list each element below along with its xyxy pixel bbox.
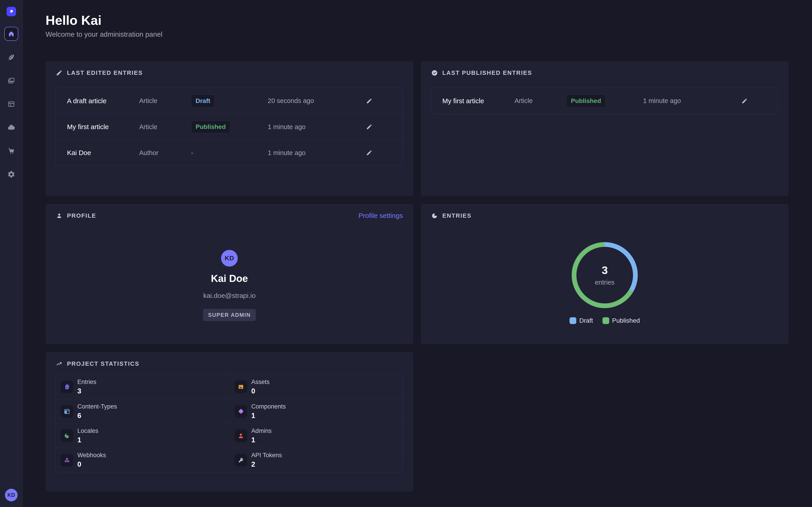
pie-chart-icon bbox=[431, 213, 438, 219]
legend-item-published: Published bbox=[603, 317, 640, 324]
stat-entries: Entries 3 bbox=[56, 375, 230, 399]
gear-icon bbox=[7, 170, 15, 178]
sidebar-item-content-type-builder[interactable] bbox=[4, 97, 18, 111]
entries-title: ENTRIES bbox=[442, 212, 471, 219]
edit-entry-button[interactable] bbox=[365, 97, 374, 105]
last-published-title: LAST PUBLISHED ENTRIES bbox=[442, 69, 532, 76]
last-edited-title: LAST EDITED ENTRIES bbox=[67, 69, 143, 76]
home-icon bbox=[8, 31, 15, 37]
stat-value: 0 bbox=[251, 387, 269, 395]
table-row: A draft article Article Draft 20 seconds… bbox=[56, 88, 403, 114]
legend-label: Published bbox=[612, 317, 640, 324]
role-badge: SUPER ADMIN bbox=[203, 309, 256, 321]
stat-value: 1 bbox=[78, 436, 98, 444]
entry-kind: Article bbox=[514, 97, 566, 105]
last-edited-table: A draft article Article Draft 20 seconds… bbox=[55, 88, 403, 166]
pencil-icon bbox=[366, 124, 372, 130]
profile-card: PROFILE Profile settings KD Kai Doe kai.… bbox=[46, 204, 413, 344]
stat-api-tokens: API Tokens 2 bbox=[230, 448, 403, 472]
donut-center: 3 entries bbox=[571, 241, 639, 309]
edit-entry-button[interactable] bbox=[365, 122, 374, 131]
edit-entry-button[interactable] bbox=[740, 97, 749, 105]
puzzle-icon bbox=[235, 405, 247, 418]
pencil-icon bbox=[742, 98, 748, 104]
last-edited-entries-card: LAST EDITED ENTRIES A draft article Arti… bbox=[46, 61, 413, 196]
entry-kind: Article bbox=[139, 97, 191, 105]
project-statistics-title: PROJECT STATISTICS bbox=[67, 360, 139, 367]
main-content: Hello Kai Welcome to your administration… bbox=[23, 0, 812, 507]
stat-value: 3 bbox=[78, 387, 96, 395]
pencil-icon bbox=[56, 70, 62, 76]
stat-assets: Assets 0 bbox=[230, 375, 403, 399]
entry-status-empty: - bbox=[191, 149, 268, 157]
profile-body: KD Kai Doe kai.doe@strapi.io SUPER ADMIN bbox=[56, 220, 403, 321]
donut-total-value: 3 bbox=[602, 264, 608, 277]
entry-title: My first article bbox=[67, 123, 139, 131]
status-badge: Draft bbox=[191, 95, 215, 107]
user-avatar-button[interactable]: KD bbox=[5, 489, 17, 501]
entries-donut-chart: 3 entries bbox=[571, 241, 639, 309]
profile-header: PROFILE Profile settings bbox=[56, 212, 403, 220]
check-circle-icon bbox=[431, 70, 438, 76]
entry-status-cell: Published bbox=[566, 95, 643, 107]
sidebar-divider-bottom bbox=[0, 484, 23, 484]
entries-header: ENTRIES bbox=[431, 212, 778, 220]
last-edited-header: LAST EDITED ENTRIES bbox=[56, 69, 403, 77]
stat-value: 0 bbox=[78, 460, 106, 468]
profile-name: Kai Doe bbox=[211, 273, 248, 284]
profile-settings-link[interactable]: Profile settings bbox=[358, 212, 403, 220]
stat-components: Components 1 bbox=[230, 399, 403, 424]
person-icon bbox=[56, 213, 62, 219]
layout-icon bbox=[7, 100, 15, 108]
images-icon bbox=[7, 76, 15, 85]
last-published-table: My first article Article Published 1 min… bbox=[431, 88, 778, 114]
status-badge: Published bbox=[191, 121, 230, 133]
stat-locales: Locales 1 bbox=[56, 424, 230, 448]
sidebar-item-settings[interactable] bbox=[4, 167, 18, 181]
project-statistics-card: PROJECT STATISTICS Entries 3 bbox=[46, 352, 413, 492]
entry-title: Kai Doe bbox=[67, 149, 139, 157]
widgets-grid: LAST EDITED ENTRIES A draft article Arti… bbox=[46, 61, 812, 492]
sidebar-item-deploy[interactable] bbox=[4, 121, 18, 134]
stats-grid: Entries 3 Assets 0 bbox=[55, 375, 403, 472]
cart-icon bbox=[7, 147, 15, 155]
stat-value: 1 bbox=[251, 436, 271, 444]
entry-time: 1 minute ago bbox=[268, 123, 365, 131]
stat-label: API Tokens bbox=[251, 452, 282, 459]
sidebar-item-marketplace[interactable] bbox=[4, 144, 18, 158]
stat-value: 1 bbox=[251, 412, 286, 420]
stat-label: Components bbox=[251, 403, 286, 410]
profile-avatar: KD bbox=[221, 250, 238, 267]
published-swatch bbox=[603, 317, 609, 324]
stat-label: Entries bbox=[78, 379, 96, 386]
legend-label: Draft bbox=[579, 317, 593, 324]
key-icon bbox=[235, 454, 247, 466]
webhook-icon bbox=[61, 454, 73, 466]
status-badge: Published bbox=[566, 95, 606, 107]
stat-label: Content-Types bbox=[78, 403, 117, 410]
image-icon bbox=[235, 381, 247, 393]
strapi-logo[interactable] bbox=[6, 7, 16, 16]
profile-title: PROFILE bbox=[67, 212, 96, 219]
edit-entry-button[interactable] bbox=[365, 148, 374, 157]
cloud-icon bbox=[7, 123, 15, 132]
project-statistics-header: PROJECT STATISTICS bbox=[56, 360, 403, 368]
stat-label: Admins bbox=[251, 428, 271, 435]
last-published-header: LAST PUBLISHED ENTRIES bbox=[431, 69, 778, 77]
sidebar-item-content-manager[interactable] bbox=[4, 50, 18, 64]
user-icon bbox=[235, 430, 247, 442]
entry-time: 20 seconds ago bbox=[268, 97, 365, 105]
table-row: My first article Article Published 1 min… bbox=[431, 88, 778, 114]
feather-icon bbox=[7, 53, 15, 61]
entry-kind: Author bbox=[139, 149, 191, 157]
page-subtitle: Welcome to your administration panel bbox=[46, 30, 812, 39]
stat-value: 6 bbox=[78, 412, 117, 420]
stat-label: Locales bbox=[78, 428, 98, 435]
sidebar-item-media-library[interactable] bbox=[4, 74, 18, 88]
sidebar-nav bbox=[4, 23, 18, 181]
layout-icon bbox=[61, 405, 73, 418]
page-title: Hello Kai bbox=[46, 13, 812, 27]
pencil-icon bbox=[366, 98, 372, 104]
sidebar-item-home[interactable] bbox=[4, 27, 18, 41]
entries-doc-icon bbox=[61, 381, 73, 393]
